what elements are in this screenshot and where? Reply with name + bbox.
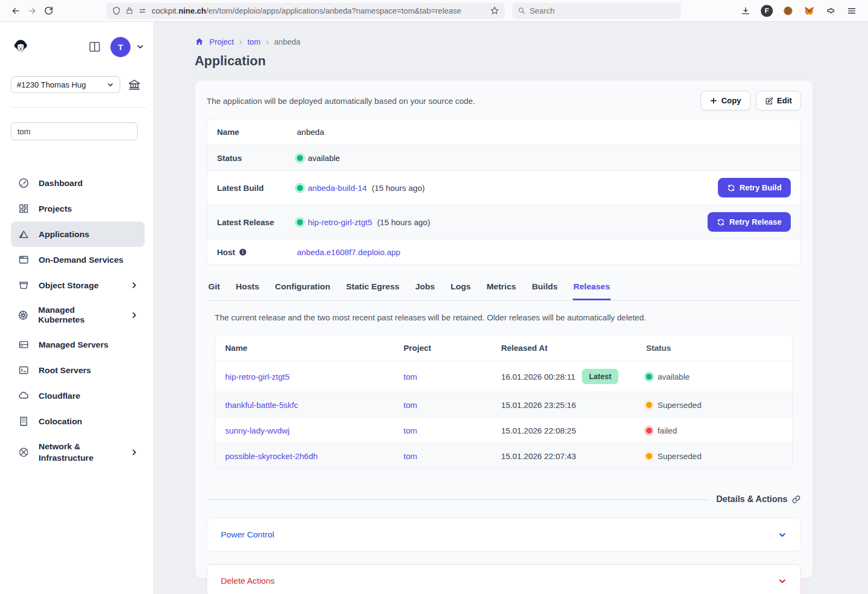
application-info-table: Name anbeda Status available Latest Buil… (207, 119, 801, 265)
delete-actions-toggle[interactable]: Delete Actions (207, 564, 801, 594)
tab-git[interactable]: Git (208, 280, 221, 300)
extensions-button[interactable] (822, 3, 839, 19)
organization-button[interactable] (128, 78, 141, 91)
info-row-host: Host anbeda.e1608f7.deploio.app (207, 239, 801, 264)
latest-build-ago: (15 hours ago) (371, 183, 425, 193)
reload-button[interactable] (40, 3, 57, 19)
status-dot-available (297, 155, 303, 161)
release-link[interactable]: thankful-battle-5skfc (225, 400, 298, 410)
status-dot-failed (646, 428, 652, 434)
project-link[interactable]: tom (404, 372, 417, 381)
retry-release-button[interactable]: Retry Release (708, 212, 791, 232)
sidebar-item-on-demand-services[interactable]: On-Demand Services (11, 247, 145, 273)
cookie-extension-button[interactable] (779, 3, 797, 19)
sidebar-item-object-storage[interactable]: Object Storage (11, 273, 145, 298)
back-arrow-icon (11, 6, 21, 16)
chevron-right-icon (130, 281, 138, 289)
retry-build-button[interactable]: Retry Build (718, 178, 791, 197)
panel-toggle-button[interactable] (88, 40, 102, 54)
tab-logs[interactable]: Logs (450, 280, 472, 300)
home-icon[interactable] (195, 37, 204, 46)
tab-metrics[interactable]: Metrics (486, 280, 517, 300)
shield-icon (112, 7, 121, 15)
plus-icon (710, 97, 717, 104)
tab-configuration[interactable]: Configuration (275, 280, 331, 300)
latest-release-link[interactable]: hip-retro-girl-ztgt5 (308, 218, 372, 227)
breadcrumb-app: anbeda (274, 38, 300, 46)
user-avatar[interactable]: T (110, 37, 131, 57)
sidebar-item-applications[interactable]: Applications (11, 221, 145, 247)
sidebar-item-network-infrastructure[interactable]: Network & Infrastructure (11, 434, 145, 471)
project-link[interactable]: tom (404, 426, 417, 435)
sidebar-divider (11, 107, 147, 108)
project-link[interactable]: tom (404, 451, 417, 461)
sidebar: T #1230 Thomas Hug Dashboard Proje (0, 22, 154, 594)
sidebar-item-projects[interactable]: Projects (11, 196, 145, 221)
sidebar-item-dashboard[interactable]: Dashboard (11, 170, 145, 196)
release-link[interactable]: hip-retro-girl-ztgt5 (225, 372, 289, 381)
account-select-value: #1230 Thomas Hug (17, 81, 107, 89)
edit-button[interactable]: Edit (756, 91, 801, 110)
sidebar-item-root-servers[interactable]: Root Servers (11, 357, 145, 383)
chevron-down-icon (136, 42, 145, 51)
account-extension-button[interactable]: F (758, 3, 776, 19)
info-row-status: Status available (207, 145, 801, 170)
main-content: Project › tom › anbeda Application The a… (154, 22, 868, 594)
chevron-down-icon (778, 577, 787, 586)
search-input[interactable] (530, 7, 675, 15)
cookie-icon (783, 5, 793, 16)
page-title: Application (195, 53, 854, 69)
account-select[interactable]: #1230 Thomas Hug (11, 76, 120, 93)
host-link[interactable]: anbeda.e1608f7.deploio.app (297, 247, 400, 257)
refresh-icon (727, 184, 735, 192)
tab-builds[interactable]: Builds (531, 280, 558, 300)
details-actions-link[interactable]: Details & Actions (716, 494, 801, 504)
search-icon (518, 7, 525, 15)
release-link[interactable]: possible-skyrocket-2h6dh (225, 451, 318, 461)
sidebar-item-managed-kubernetes[interactable]: Managed Kubernetes (11, 298, 145, 332)
breadcrumb-namespace[interactable]: tom (247, 38, 261, 46)
namespace-filter-input[interactable] (11, 122, 138, 140)
avatar-menu-button[interactable] (136, 42, 145, 51)
release-link[interactable]: sunny-lady-wvdwj (225, 426, 289, 435)
sidebar-item-cloudflare[interactable]: Cloudflare (11, 383, 145, 409)
tab-releases[interactable]: Releases (573, 280, 610, 300)
permissions-icon (138, 7, 147, 15)
sidebar-item-managed-servers[interactable]: Managed Servers (11, 332, 145, 357)
latest-release-ago: (15 hours ago) (377, 218, 430, 227)
power-control-toggle[interactable]: Power Control (207, 518, 801, 552)
table-row: thankful-battle-5skfc tom 15.01.2026 23:… (215, 392, 792, 417)
tab-bar: Git Hosts Configuration Static Egress Jo… (207, 280, 801, 301)
browser-search[interactable] (512, 3, 681, 19)
forward-button[interactable] (24, 3, 40, 19)
url-text: cockpit.nine.ch/en/tom/deploio/apps/appl… (152, 7, 485, 15)
copy-button[interactable]: Copy (700, 91, 750, 110)
tab-hosts[interactable]: Hosts (235, 280, 260, 300)
application-status: available (297, 153, 791, 163)
breadcrumb-project[interactable]: Project (209, 38, 234, 46)
sidebar-nav: Dashboard Projects Applications On-Deman… (11, 170, 145, 471)
select-chevron-icon (107, 81, 114, 89)
downloads-button[interactable] (737, 3, 754, 19)
root-servers-icon (17, 364, 29, 376)
dashboard-icon (17, 177, 29, 189)
fox-icon (804, 5, 815, 16)
menu-button[interactable] (843, 3, 860, 19)
latest-build-link[interactable]: anbeda-build-14 (308, 183, 367, 193)
breadcrumb: Project › tom › anbeda (195, 37, 854, 46)
tab-static-egress[interactable]: Static Egress (345, 280, 400, 300)
project-link[interactable]: tom (404, 400, 417, 410)
bookmark-star-icon[interactable] (490, 6, 499, 15)
sidebar-item-colocation[interactable]: Colocation (11, 409, 145, 434)
metamask-extension-button[interactable] (801, 3, 818, 19)
url-bar[interactable]: cockpit.nine.ch/en/tom/deploio/apps/appl… (107, 3, 505, 19)
status-dot-available (297, 219, 303, 225)
tab-jobs[interactable]: Jobs (414, 280, 435, 300)
info-icon[interactable] (239, 248, 247, 256)
table-row: hip-retro-girl-ztgt5 tom 16.01.2026 00:2… (215, 361, 792, 392)
refresh-icon (717, 218, 725, 226)
releases-table: Name Project Released At Status hip-retr… (215, 335, 793, 469)
back-button[interactable] (8, 3, 24, 19)
breadcrumb-separator: › (266, 38, 269, 46)
breadcrumb-separator: › (239, 38, 242, 46)
